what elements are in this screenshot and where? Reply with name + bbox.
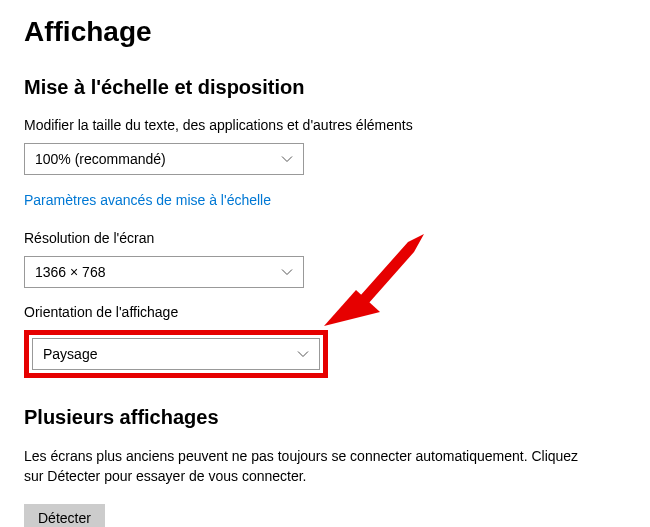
advanced-scaling-link[interactable]: Paramètres avancés de mise à l'échelle xyxy=(24,192,271,208)
orientation-dropdown[interactable]: Paysage xyxy=(32,338,320,370)
section-multi-title: Plusieurs affichages xyxy=(24,406,626,429)
section-scale-title: Mise à l'échelle et disposition xyxy=(24,76,626,99)
chevron-down-icon xyxy=(281,266,293,278)
chevron-down-icon xyxy=(297,348,309,360)
page-title: Affichage xyxy=(24,16,626,48)
resolution-dropdown[interactable]: 1366 × 768 xyxy=(24,256,304,288)
chevron-down-icon xyxy=(281,153,293,165)
orientation-label: Orientation de l'affichage xyxy=(24,304,626,320)
orientation-dropdown-value: Paysage xyxy=(43,346,97,362)
text-size-label: Modifier la taille du texte, des applica… xyxy=(24,117,626,133)
resolution-dropdown-value: 1366 × 768 xyxy=(35,264,105,280)
scale-dropdown-value: 100% (recommandé) xyxy=(35,151,166,167)
detect-button[interactable]: Détecter xyxy=(24,504,105,527)
resolution-label: Résolution de l'écran xyxy=(24,230,626,246)
scale-dropdown[interactable]: 100% (recommandé) xyxy=(24,143,304,175)
orientation-highlight: Paysage xyxy=(24,330,328,378)
multi-display-description: Les écrans plus anciens peuvent ne pas t… xyxy=(24,447,584,486)
